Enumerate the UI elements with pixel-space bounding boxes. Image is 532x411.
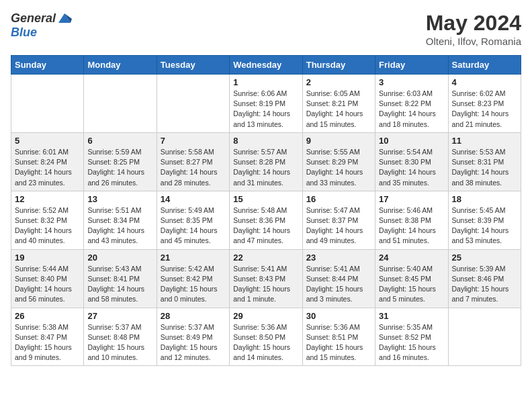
col-header-saturday: Saturday: [448, 56, 521, 75]
day-number: 7: [161, 136, 226, 146]
calendar-cell: 25Sunrise: 5:39 AM Sunset: 8:46 PM Dayli…: [448, 249, 521, 308]
day-info: Sunrise: 5:59 AM Sunset: 8:25 PM Dayligh…: [87, 147, 152, 188]
day-number: 16: [306, 194, 371, 204]
calendar-cell: 18Sunrise: 5:45 AM Sunset: 8:39 PM Dayli…: [448, 191, 521, 249]
logo-icon: [57, 11, 72, 26]
calendar-cell: 19Sunrise: 5:44 AM Sunset: 8:40 PM Dayli…: [11, 249, 84, 308]
day-info: Sunrise: 6:03 AM Sunset: 8:22 PM Dayligh…: [379, 89, 444, 130]
day-number: 6: [87, 136, 152, 146]
day-number: 30: [306, 311, 371, 321]
calendar-row-4: 26Sunrise: 5:38 AM Sunset: 8:47 PM Dayli…: [11, 308, 521, 366]
day-number: 2: [306, 77, 371, 87]
calendar-cell: 23Sunrise: 5:41 AM Sunset: 8:44 PM Dayli…: [302, 249, 375, 308]
day-info: Sunrise: 5:55 AM Sunset: 8:29 PM Dayligh…: [306, 147, 371, 188]
calendar-table: SundayMondayTuesdayWednesdayThursdayFrid…: [11, 55, 521, 366]
calendar-cell: [157, 75, 229, 133]
day-info: Sunrise: 5:35 AM Sunset: 8:52 PM Dayligh…: [379, 322, 444, 363]
day-number: 1: [233, 77, 298, 87]
calendar-cell: 15Sunrise: 5:48 AM Sunset: 8:36 PM Dayli…: [230, 191, 302, 249]
day-number: 20: [87, 253, 152, 263]
calendar-cell: 30Sunrise: 5:36 AM Sunset: 8:51 PM Dayli…: [302, 308, 375, 366]
day-number: 21: [161, 253, 226, 263]
calendar-cell: 5Sunrise: 6:01 AM Sunset: 8:24 PM Daylig…: [11, 132, 84, 191]
day-info: Sunrise: 5:42 AM Sunset: 8:42 PM Dayligh…: [161, 264, 226, 305]
calendar-cell: 4Sunrise: 6:02 AM Sunset: 8:23 PM Daylig…: [448, 75, 521, 133]
day-number: 18: [452, 194, 517, 204]
calendar-cell: 26Sunrise: 5:38 AM Sunset: 8:47 PM Dayli…: [11, 308, 84, 366]
calendar-header-row: SundayMondayTuesdayWednesdayThursdayFrid…: [11, 56, 521, 75]
day-info: Sunrise: 6:01 AM Sunset: 8:24 PM Dayligh…: [15, 147, 80, 188]
calendar-cell: [448, 308, 521, 366]
day-number: 5: [15, 136, 80, 146]
day-number: 10: [379, 136, 444, 146]
day-number: 24: [379, 253, 444, 263]
day-info: Sunrise: 5:47 AM Sunset: 8:37 PM Dayligh…: [306, 205, 371, 246]
col-header-sunday: Sunday: [11, 56, 84, 75]
day-number: 13: [87, 194, 152, 204]
day-info: Sunrise: 5:52 AM Sunset: 8:32 PM Dayligh…: [15, 205, 80, 246]
calendar-row-1: 5Sunrise: 6:01 AM Sunset: 8:24 PM Daylig…: [11, 132, 521, 191]
calendar-cell: [11, 75, 84, 133]
col-header-tuesday: Tuesday: [157, 56, 229, 75]
calendar-cell: 10Sunrise: 5:54 AM Sunset: 8:30 PM Dayli…: [375, 132, 448, 191]
day-number: 14: [161, 194, 226, 204]
title-area: May 2024 Olteni, Ilfov, Romania: [426, 11, 521, 47]
day-info: Sunrise: 5:46 AM Sunset: 8:38 PM Dayligh…: [379, 205, 444, 246]
calendar-cell: [84, 75, 157, 133]
calendar-cell: 28Sunrise: 5:37 AM Sunset: 8:49 PM Dayli…: [157, 308, 229, 366]
calendar-row-0: 1Sunrise: 6:06 AM Sunset: 8:19 PM Daylig…: [11, 75, 521, 133]
calendar-cell: 21Sunrise: 5:42 AM Sunset: 8:42 PM Dayli…: [157, 249, 229, 308]
day-info: Sunrise: 5:38 AM Sunset: 8:47 PM Dayligh…: [15, 322, 80, 363]
day-info: Sunrise: 5:43 AM Sunset: 8:41 PM Dayligh…: [87, 264, 152, 305]
day-number: 8: [233, 136, 298, 146]
day-info: Sunrise: 5:57 AM Sunset: 8:28 PM Dayligh…: [233, 147, 298, 188]
calendar-cell: 12Sunrise: 5:52 AM Sunset: 8:32 PM Dayli…: [11, 191, 84, 249]
day-info: Sunrise: 5:49 AM Sunset: 8:35 PM Dayligh…: [161, 205, 226, 246]
calendar-cell: 9Sunrise: 5:55 AM Sunset: 8:29 PM Daylig…: [302, 132, 375, 191]
location: Olteni, Ilfov, Romania: [426, 36, 521, 47]
day-number: 31: [379, 311, 444, 321]
day-info: Sunrise: 5:54 AM Sunset: 8:30 PM Dayligh…: [379, 147, 444, 188]
day-number: 28: [161, 311, 226, 321]
calendar-cell: 8Sunrise: 5:57 AM Sunset: 8:28 PM Daylig…: [230, 132, 302, 191]
calendar-cell: 27Sunrise: 5:37 AM Sunset: 8:48 PM Dayli…: [84, 308, 157, 366]
day-number: 9: [306, 136, 371, 146]
calendar-cell: 13Sunrise: 5:51 AM Sunset: 8:34 PM Dayli…: [84, 191, 157, 249]
col-header-wednesday: Wednesday: [230, 56, 302, 75]
month-title: May 2024: [426, 11, 521, 36]
day-number: 12: [15, 194, 80, 204]
calendar-row-2: 12Sunrise: 5:52 AM Sunset: 8:32 PM Dayli…: [11, 191, 521, 249]
day-info: Sunrise: 5:39 AM Sunset: 8:46 PM Dayligh…: [452, 264, 517, 305]
day-number: 15: [233, 194, 298, 204]
day-number: 25: [452, 253, 517, 263]
day-info: Sunrise: 6:06 AM Sunset: 8:19 PM Dayligh…: [233, 89, 298, 130]
calendar-cell: 3Sunrise: 6:03 AM Sunset: 8:22 PM Daylig…: [375, 75, 448, 133]
day-number: 27: [87, 311, 152, 321]
calendar-cell: 7Sunrise: 5:58 AM Sunset: 8:27 PM Daylig…: [157, 132, 229, 191]
day-number: 22: [233, 253, 298, 263]
calendar-cell: 6Sunrise: 5:59 AM Sunset: 8:25 PM Daylig…: [84, 132, 157, 191]
day-number: 26: [15, 311, 80, 321]
day-number: 29: [233, 311, 298, 321]
calendar-cell: 24Sunrise: 5:40 AM Sunset: 8:45 PM Dayli…: [375, 249, 448, 308]
day-info: Sunrise: 5:41 AM Sunset: 8:44 PM Dayligh…: [306, 264, 371, 305]
logo-blue-text: Blue: [11, 26, 37, 40]
day-info: Sunrise: 5:45 AM Sunset: 8:39 PM Dayligh…: [452, 205, 517, 246]
calendar-cell: 16Sunrise: 5:47 AM Sunset: 8:37 PM Dayli…: [302, 191, 375, 249]
calendar-row-3: 19Sunrise: 5:44 AM Sunset: 8:40 PM Dayli…: [11, 249, 521, 308]
day-info: Sunrise: 5:44 AM Sunset: 8:40 PM Dayligh…: [15, 264, 80, 305]
day-info: Sunrise: 5:40 AM Sunset: 8:45 PM Dayligh…: [379, 264, 444, 305]
calendar-cell: 31Sunrise: 5:35 AM Sunset: 8:52 PM Dayli…: [375, 308, 448, 366]
day-info: Sunrise: 5:51 AM Sunset: 8:34 PM Dayligh…: [87, 205, 152, 246]
day-info: Sunrise: 5:48 AM Sunset: 8:36 PM Dayligh…: [233, 205, 298, 246]
day-info: Sunrise: 5:37 AM Sunset: 8:48 PM Dayligh…: [87, 322, 152, 363]
day-info: Sunrise: 6:05 AM Sunset: 8:21 PM Dayligh…: [306, 89, 371, 130]
day-info: Sunrise: 5:41 AM Sunset: 8:43 PM Dayligh…: [233, 264, 298, 305]
calendar-cell: 2Sunrise: 6:05 AM Sunset: 8:21 PM Daylig…: [302, 75, 375, 133]
page-header: General Blue May 2024 Olteni, Ilfov, Rom…: [11, 11, 521, 47]
calendar-cell: 22Sunrise: 5:41 AM Sunset: 8:43 PM Dayli…: [230, 249, 302, 308]
calendar-cell: 29Sunrise: 5:36 AM Sunset: 8:50 PM Dayli…: [230, 308, 302, 366]
day-info: Sunrise: 6:02 AM Sunset: 8:23 PM Dayligh…: [452, 89, 517, 130]
day-number: 23: [306, 253, 371, 263]
day-info: Sunrise: 5:37 AM Sunset: 8:49 PM Dayligh…: [161, 322, 226, 363]
